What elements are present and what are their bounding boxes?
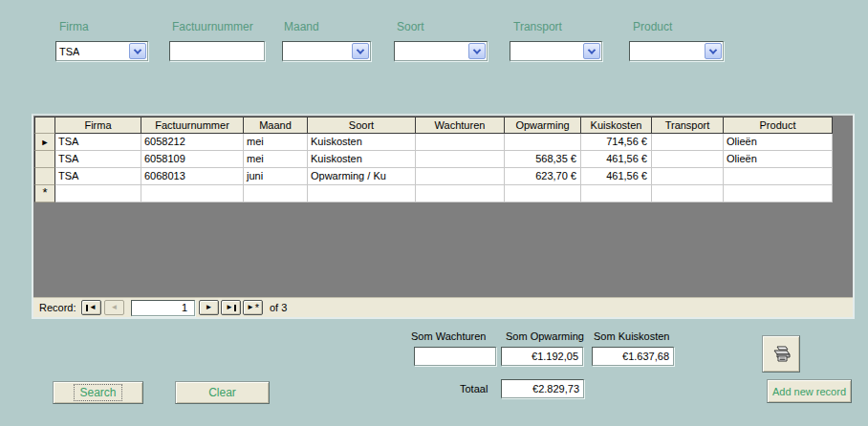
cell-transport[interactable] bbox=[652, 168, 724, 185]
table-row[interactable]: TSA 6058109 mei Kuiskosten 568,35 € 461,… bbox=[34, 151, 833, 168]
factuurnummer-input[interactable] bbox=[169, 41, 265, 61]
first-record-icon bbox=[86, 305, 88, 311]
cell-kuiskosten[interactable]: 461,56 € bbox=[581, 151, 652, 168]
add-new-record-button[interactable]: Add new record bbox=[767, 379, 852, 403]
cell-empty[interactable] bbox=[308, 185, 416, 202]
cell-opwarming[interactable] bbox=[505, 134, 581, 151]
cell-kuiskosten[interactable]: 714,56 € bbox=[581, 134, 652, 151]
clear-button[interactable]: Clear bbox=[175, 381, 270, 404]
totaal-label: Totaal bbox=[460, 383, 488, 394]
cell-soort[interactable]: Opwarming / Ku bbox=[308, 168, 416, 185]
cell-transport[interactable] bbox=[652, 134, 724, 151]
cell-empty[interactable] bbox=[244, 185, 308, 202]
cell-kuiskosten[interactable]: 461,56 € bbox=[581, 168, 652, 185]
chevron-down-icon[interactable] bbox=[468, 43, 486, 59]
soort-combobox[interactable] bbox=[394, 41, 488, 61]
cell-firma[interactable]: TSA bbox=[55, 134, 141, 151]
cell-factuurnummer[interactable]: 6058212 bbox=[141, 134, 244, 151]
totaal-field[interactable]: €2.829,73 bbox=[501, 379, 584, 398]
cell-firma[interactable]: TSA bbox=[55, 168, 141, 185]
datasheet: Firma Factuurnummer Maand Soort Wachture… bbox=[34, 117, 833, 202]
column-header-maand[interactable]: Maand bbox=[244, 117, 308, 134]
soort-label: Soort bbox=[397, 20, 424, 33]
cell-factuurnummer[interactable]: 6068013 bbox=[141, 168, 244, 185]
cell-maand[interactable]: juni bbox=[244, 168, 308, 185]
som-opwarming-field[interactable]: €1.192,05 bbox=[501, 347, 583, 366]
new-record-row[interactable]: * bbox=[34, 185, 833, 202]
row-selector-header bbox=[34, 117, 55, 134]
cell-empty[interactable] bbox=[652, 185, 724, 202]
table-row[interactable]: ► TSA 6058212 mei Kuiskosten 714,56 € Ol… bbox=[34, 134, 833, 151]
previous-record-button[interactable]: ◄ bbox=[104, 300, 124, 315]
transport-combobox[interactable] bbox=[510, 41, 602, 61]
column-header-kuiskosten[interactable]: Kuiskosten bbox=[581, 117, 652, 134]
som-kuiskosten-field[interactable]: €1.637,68 bbox=[592, 347, 674, 366]
record-count-text: of 3 bbox=[270, 302, 287, 313]
new-record-indicator[interactable]: * bbox=[34, 185, 55, 202]
maand-combobox[interactable] bbox=[282, 41, 371, 61]
cell-empty[interactable] bbox=[416, 185, 505, 202]
cell-product[interactable] bbox=[724, 168, 833, 185]
column-header-wachturen[interactable]: Wachturen bbox=[416, 117, 505, 134]
cell-factuurnummer[interactable]: 6058109 bbox=[141, 151, 244, 168]
row-selector[interactable] bbox=[34, 168, 55, 185]
chevron-down-icon[interactable] bbox=[129, 43, 146, 59]
table-row[interactable]: TSA 6068013 juni Opwarming / Ku 623,70 €… bbox=[34, 168, 833, 185]
results-subform: Firma Factuurnummer Maand Soort Wachture… bbox=[32, 114, 855, 319]
cell-wachturen[interactable] bbox=[416, 168, 505, 185]
cell-empty[interactable] bbox=[141, 185, 244, 202]
chevron-down-icon[interactable] bbox=[583, 43, 600, 59]
cell-opwarming[interactable]: 568,35 € bbox=[505, 151, 581, 168]
column-header-product[interactable]: Product bbox=[724, 117, 833, 134]
transport-label: Transport bbox=[513, 20, 562, 33]
cell-wachturen[interactable] bbox=[416, 134, 505, 151]
som-kuiskosten-label: Som Kuiskosten bbox=[594, 330, 669, 342]
cell-firma[interactable]: TSA bbox=[55, 151, 141, 168]
next-record-button[interactable]: ► bbox=[199, 300, 219, 315]
chevron-down-icon[interactable] bbox=[352, 43, 369, 59]
firma-combobox-value: TSA bbox=[59, 46, 79, 57]
column-header-soort[interactable]: Soort bbox=[308, 117, 416, 134]
cell-empty[interactable] bbox=[724, 185, 833, 202]
column-header-opwarming[interactable]: Opwarming bbox=[505, 117, 581, 134]
chevron-down-icon[interactable] bbox=[705, 43, 722, 59]
cell-empty[interactable] bbox=[505, 185, 581, 202]
cell-soort[interactable]: Kuiskosten bbox=[308, 151, 416, 168]
search-button[interactable]: Search bbox=[53, 381, 143, 404]
firma-label: Firma bbox=[59, 20, 89, 33]
product-combobox[interactable] bbox=[629, 41, 724, 61]
current-record-input[interactable]: 1 bbox=[131, 300, 195, 316]
previous-record-icon: ◄ bbox=[111, 301, 119, 314]
cell-maand[interactable]: mei bbox=[244, 151, 308, 168]
row-selector[interactable] bbox=[34, 151, 55, 168]
first-record-button[interactable]: ◄ bbox=[81, 300, 101, 315]
cell-transport[interactable] bbox=[652, 151, 724, 168]
record-navigation-bar: Record: ◄ ◄ 1 ► ► ►* of 3 bbox=[33, 297, 853, 317]
print-button[interactable] bbox=[762, 335, 800, 373]
maand-label: Maand bbox=[284, 20, 319, 33]
cell-maand[interactable]: mei bbox=[244, 134, 308, 151]
firma-combobox[interactable]: TSA bbox=[55, 41, 148, 61]
column-header-transport[interactable]: Transport bbox=[652, 117, 724, 134]
cell-empty[interactable] bbox=[581, 185, 652, 202]
last-record-icon bbox=[234, 305, 236, 311]
cell-opwarming[interactable]: 623,70 € bbox=[505, 168, 581, 185]
printer-icon bbox=[770, 345, 792, 364]
search-button-label: Search bbox=[75, 385, 120, 400]
product-label: Product bbox=[633, 20, 672, 33]
record-nav-label: Record: bbox=[39, 302, 76, 313]
som-wachturen-field[interactable] bbox=[414, 347, 496, 366]
column-header-factuurnummer[interactable]: Factuurnummer bbox=[141, 117, 244, 134]
som-wachturen-label: Som Wachturen bbox=[411, 330, 486, 342]
add-new-record-button-label: Add new record bbox=[772, 386, 846, 397]
last-record-button[interactable]: ► bbox=[221, 300, 241, 315]
datasheet-header-row: Firma Factuurnummer Maand Soort Wachture… bbox=[34, 117, 833, 134]
current-record-indicator[interactable]: ► bbox=[34, 134, 55, 151]
cell-product[interactable]: Olieën bbox=[724, 134, 833, 151]
cell-empty[interactable] bbox=[55, 185, 141, 202]
new-record-button[interactable]: ►* bbox=[243, 300, 263, 315]
cell-soort[interactable]: Kuiskosten bbox=[308, 134, 416, 151]
column-header-firma[interactable]: Firma bbox=[55, 117, 141, 134]
cell-wachturen[interactable] bbox=[416, 151, 505, 168]
cell-product[interactable]: Olieën bbox=[724, 151, 833, 168]
